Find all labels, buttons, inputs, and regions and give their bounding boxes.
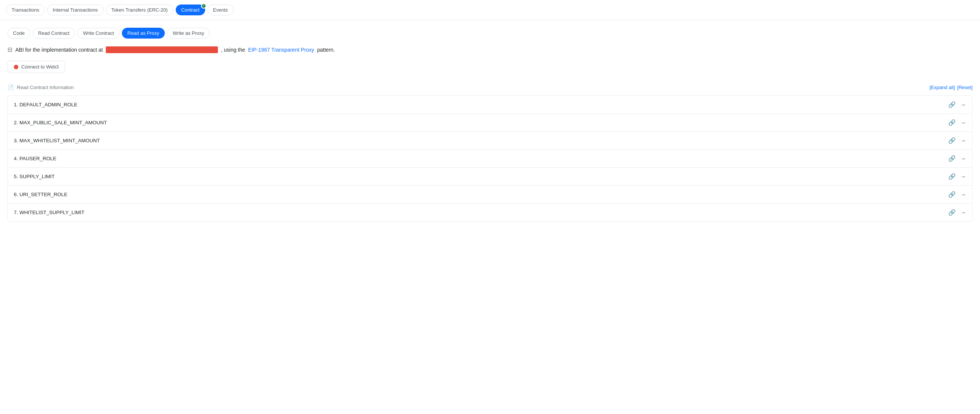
arrow-icon-3[interactable]: → (960, 137, 966, 144)
contract-item[interactable]: 3. MAX_WHITELIST_MINT_AMOUNT 🔗 → (8, 132, 972, 150)
sub-tab-read-contract[interactable]: Read Contract (32, 28, 75, 38)
tab-events[interactable]: Events (207, 5, 234, 15)
item-actions-1: 🔗 → (948, 101, 966, 108)
arrow-icon-7[interactable]: → (960, 209, 966, 216)
tab-internal-transactions[interactable]: Internal Transactions (47, 5, 103, 15)
item-name-3: 3. MAX_WHITELIST_MINT_AMOUNT (14, 138, 100, 143)
connect-web3-button[interactable]: Connect to Web3 (8, 61, 65, 73)
contract-item[interactable]: 7. WHITELIST_SUPPLY_LIMIT 🔗 → (8, 204, 972, 221)
redacted-address (106, 46, 218, 53)
contract-item[interactable]: 5. SUPPLY_LIMIT 🔗 → (8, 168, 972, 185)
sub-tab-write-as-proxy[interactable]: Write as Proxy (167, 28, 210, 38)
connect-dot-icon (14, 65, 18, 69)
item-actions-7: 🔗 → (948, 209, 966, 216)
expand-reset-controls: [Expand all] [Reset] (929, 85, 972, 90)
sub-tab-read-as-proxy[interactable]: Read as Proxy (122, 28, 165, 38)
link-icon-7[interactable]: 🔗 (948, 209, 956, 216)
sub-tabs: Code Read Contract Write Contract Read a… (8, 28, 972, 38)
abi-text2: , using the (221, 47, 245, 53)
item-actions-3: 🔗 → (948, 137, 966, 144)
contract-info-header: 📄 Read Contract Information [Expand all]… (8, 80, 972, 94)
sub-tab-code[interactable]: Code (8, 28, 30, 38)
contract-item[interactable]: 2. MAX_PUBLIC_SALE_MINT_AMOUNT 🔗 → (8, 114, 972, 132)
verified-badge (201, 3, 206, 9)
contract-items-list: 1. DEFAULT_ADMIN_ROLE 🔗 → 2. MAX_PUBLIC_… (8, 96, 972, 222)
link-icon-4[interactable]: 🔗 (948, 155, 956, 162)
item-actions-5: 🔗 → (948, 173, 966, 180)
item-name-1: 1. DEFAULT_ADMIN_ROLE (14, 102, 77, 107)
tab-contract[interactable]: Contract (176, 5, 205, 15)
item-actions-4: 🔗 → (948, 155, 966, 162)
tab-transactions[interactable]: Transactions (6, 5, 45, 15)
item-name-5: 5. SUPPLY_LIMIT (14, 174, 54, 179)
top-nav: Transactions Internal Transactions Token… (0, 0, 980, 20)
abi-text3: pattern. (317, 47, 335, 53)
sub-tab-write-contract[interactable]: Write Contract (77, 28, 119, 38)
eip-link[interactable]: EIP-1967 Transparent Proxy (248, 47, 314, 53)
abi-text1: ABI for the implementation contract at (15, 47, 103, 53)
arrow-icon-4[interactable]: → (960, 155, 966, 162)
link-icon-5[interactable]: 🔗 (948, 173, 956, 180)
contract-info-label: 📄 Read Contract Information (8, 84, 74, 90)
reset-link[interactable]: [Reset] (957, 85, 972, 90)
arrow-icon-1[interactable]: → (960, 101, 966, 108)
arrow-icon-2[interactable]: → (960, 120, 966, 126)
link-icon-3[interactable]: 🔗 (948, 137, 956, 144)
layers-icon: ⊟ (8, 46, 12, 53)
arrow-icon-5[interactable]: → (960, 173, 966, 180)
link-icon-1[interactable]: 🔗 (948, 101, 956, 108)
expand-all-link[interactable]: [Expand all] (929, 85, 955, 90)
item-actions-6: 🔗 → (948, 191, 966, 198)
contract-item[interactable]: 4. PAUSER_ROLE 🔗 → (8, 150, 972, 168)
connect-web3-label: Connect to Web3 (21, 64, 59, 70)
item-name-7: 7. WHITELIST_SUPPLY_LIMIT (14, 209, 84, 215)
contract-info-text: Read Contract Information (17, 85, 74, 90)
item-actions-2: 🔗 → (948, 119, 966, 126)
link-icon-2[interactable]: 🔗 (948, 119, 956, 126)
contract-item[interactable]: 1. DEFAULT_ADMIN_ROLE 🔗 → (8, 96, 972, 114)
document-icon: 📄 (8, 84, 14, 90)
abi-info: ⊟ ABI for the implementation contract at… (8, 46, 972, 53)
tab-token-transfers[interactable]: Token Transfers (ERC-20) (106, 5, 173, 15)
arrow-icon-6[interactable]: → (960, 191, 966, 198)
main-content: Code Read Contract Write Contract Read a… (0, 20, 980, 414)
item-name-2: 2. MAX_PUBLIC_SALE_MINT_AMOUNT (14, 120, 107, 125)
contract-item[interactable]: 6. URI_SETTER_ROLE 🔗 → (8, 185, 972, 204)
item-name-4: 4. PAUSER_ROLE (14, 156, 56, 161)
item-name-6: 6. URI_SETTER_ROLE (14, 192, 67, 197)
link-icon-6[interactable]: 🔗 (948, 191, 956, 198)
